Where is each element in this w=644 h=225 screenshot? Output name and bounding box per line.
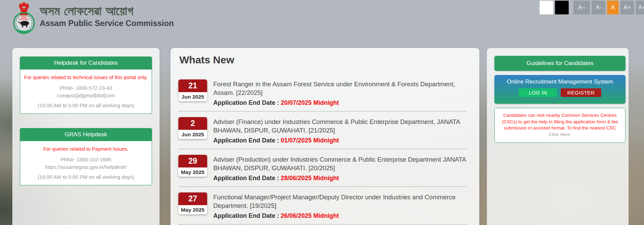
site-logo[interactable]: অসম লোকসেৱা আয়োগ Assam Public Service C… [13,1,174,36]
end-date-label: Application End Date : [213,137,281,144]
news-item[interactable]: 29 May 2025 Adviser (Production) under I… [178,149,466,187]
news-item-title[interactable]: Functional Manager/Project Manager/Deput… [213,193,466,210]
right-sidebar: Guidelines for Candidates Online Recruit… [487,48,629,225]
font-normal-button[interactable]: A [607,1,619,14]
accessibility-toolbar: A– A- A A+ A++ [540,1,644,14]
end-date-label: Application End Date : [213,175,281,182]
theme-dark-button[interactable] [555,1,569,14]
apsc-emblem-icon [13,1,35,36]
gras-helpdesk-title: GRAS Helpdesk [20,128,152,141]
news-item-title[interactable]: Forest Ranger in the Assam Forest Servic… [213,80,466,97]
end-date-value: 28/06/2025 Midnight [281,175,339,182]
date-day: 27 [178,192,207,205]
helpdesk-phone: PhNo- 1800-572-23-43 [24,84,148,92]
date-day: 29 [178,155,207,167]
orms-title: Online Recruitment Management System [494,75,626,85]
gras-hours: (10:00 AM to 5:00 PM on all working days… [24,174,148,180]
helpdesk-email: cceapsc[at]gmail[dot]com [24,92,148,99]
news-item-end-date: Application End Date : 26/06/2025 Midnig… [213,211,466,221]
login-button[interactable]: LOG IN [519,88,557,97]
news-item-title[interactable]: Adviser (Production) under Industries Co… [213,155,466,172]
register-button[interactable]: REGISTER [561,88,601,97]
date-day: 21 [178,79,207,92]
date-badge: 27 May 2025 [178,192,207,214]
news-list: 21 Jun 2025 Forest Ranger in the Assam F… [178,74,466,225]
date-month: Jun 2025 [178,92,207,101]
date-month: May 2025 [178,205,207,214]
date-badge: 21 Jun 2025 [178,79,207,101]
csc-note-text: Candidates can visit nearby Common Servi… [499,112,621,138]
brand-title-assamese: অসম লোকসেৱা আয়োগ [40,4,174,18]
theme-light-button[interactable] [540,1,553,14]
date-day: 2 [178,117,207,130]
helpdesk-hours: (10:00 AM to 5:00 PM on all working days… [24,102,148,108]
brand-title-english: Assam Public Service Commission [40,19,174,28]
font-decrease-button[interactable]: A- [592,1,605,14]
end-date-label: Application End Date : [213,99,281,106]
end-date-value: 01/07/2025 Midnight [281,137,339,144]
left-sidebar: Helpdesk for Candidates For queries rela… [12,48,160,225]
helpdesk-candidates-title: Helpdesk for Candidates [20,57,152,70]
gras-helpdesk-card: GRAS Helpdesk For queries related to Pay… [20,128,152,185]
orms-card: Online Recruitment Management System LOG… [494,75,626,104]
gras-phone: PhNo- 1800-102-1686 [24,156,148,163]
whats-new-panel: Whats New 21 Jun 2025 Forest Ranger in t… [171,48,479,225]
end-date-value: 26/06/2025 Midnight [281,212,339,219]
font-increase-more-button[interactable]: A++ [636,1,644,14]
gras-helpdesk-link[interactable]: https://assamegras.gov.in/helpdesk/ [24,163,148,171]
helpdesk-candidates-card: Helpdesk for Candidates For queries rela… [20,57,152,114]
font-increase-button[interactable]: A+ [620,1,634,14]
csc-note-card: Candidates can visit nearby Common Servi… [494,108,626,143]
guidelines-for-candidates-button[interactable]: Guidelines for Candidates [494,56,626,71]
news-item-end-date: Application End Date : 01/07/2025 Midnig… [213,136,466,145]
news-item-title[interactable]: Adviser (Finance) under Industries Comme… [213,117,466,135]
date-badge: 2 Jun 2025 [178,117,207,139]
helpdesk-note: For queries related to technical issues … [24,74,148,81]
news-item[interactable]: 2 Jun 2025 Adviser (Finance) under Indus… [178,112,466,149]
end-date-value: 20/07/2025 Midnight [281,99,339,106]
news-item-end-date: Application End Date : 28/06/2025 Midnig… [213,174,466,183]
date-month: May 2025 [178,167,207,177]
csc-note-body: Candidates can visit nearby Common Servi… [502,113,618,130]
gras-note: For queries related to Payment Issues. [24,146,148,152]
news-item-end-date: Application End Date : 20/07/2025 Midnig… [213,98,466,108]
end-date-label: Application End Date : [213,212,281,219]
news-item[interactable]: 27 May 2025 Functional Manager/Project M… [178,187,466,225]
whats-new-title: Whats New [179,54,479,66]
date-badge: 29 May 2025 [178,155,207,177]
csc-click-here-link[interactable]: Click Here. [548,132,571,137]
date-month: Jun 2025 [178,130,207,139]
font-decrease-more-button[interactable]: A– [573,1,590,14]
news-item[interactable]: 21 Jun 2025 Forest Ranger in the Assam F… [178,74,466,112]
